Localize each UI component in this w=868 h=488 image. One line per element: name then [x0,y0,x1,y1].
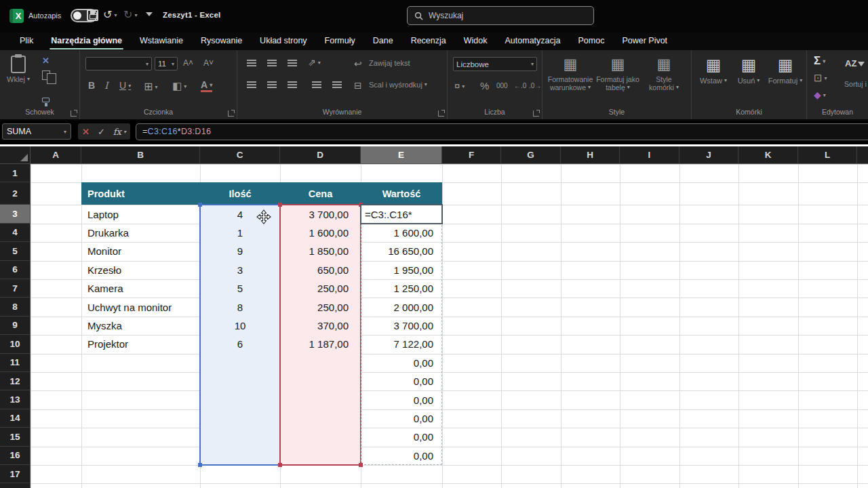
tab-11[interactable]: Power Pivot [614,33,675,49]
delete-cells-button[interactable]: ▦ Usuń [734,56,764,85]
confirm-entry-icon[interactable]: ✓ [98,127,105,137]
name-box[interactable]: SUMA [2,123,71,140]
tab-0[interactable]: Plik [12,33,41,49]
row-header-2[interactable]: 2 [0,182,31,205]
align-center-icon[interactable] [267,81,277,88]
cell-styles-button[interactable]: ▦ Style komórki [643,56,685,92]
tab-7[interactable]: Recenzja [403,33,454,49]
row-header-1[interactable]: 1 [0,164,31,182]
column-header-I[interactable]: I [620,146,679,164]
format-as-table-button[interactable]: ▦ Formatuj jako tabelę [595,56,640,92]
column-header-J[interactable]: J [679,146,738,164]
number-dialog-launcher-icon[interactable] [533,110,539,117]
thousands-format-icon[interactable]: 000 [496,82,508,89]
tab-8[interactable]: Widok [456,33,495,49]
align-bottom-icon[interactable] [288,60,297,66]
clipboard-dialog-launcher-icon[interactable] [71,110,77,117]
cell-B4[interactable]: Drukarka [87,224,200,242]
fill-color-button[interactable]: ◧ [172,80,186,92]
row-header-7[interactable]: 7 [0,279,31,298]
font-color-button[interactable]: A [201,80,212,92]
select-all-corner[interactable] [0,146,31,164]
cell-B10[interactable]: Projektor [87,335,200,353]
font-dialog-launcher-icon[interactable] [228,110,234,117]
shrink-font-icon[interactable]: A˅ [203,58,214,68]
percent-format-icon[interactable]: % [480,80,489,92]
column-header-E[interactable]: E [361,146,442,164]
column-header-B[interactable]: B [81,146,200,164]
cell-B9[interactable]: Myszka [87,317,200,335]
column-header-H[interactable]: H [561,146,620,164]
font-name-combo[interactable] [85,57,152,70]
paste-button[interactable]: Wklej [7,56,30,83]
number-format-combo[interactable]: Liczbowe [453,57,537,71]
row-header-4[interactable]: 4 [0,224,31,242]
currency-format-icon[interactable]: ¤ [454,80,465,92]
row-header-8[interactable]: 8 [0,298,31,316]
tab-3[interactable]: Rysowanie [193,33,250,49]
column-header-F[interactable]: F [442,146,501,164]
row-header-5[interactable]: 5 [0,242,31,260]
cell-B8[interactable]: Uchwyt na monitor [87,298,200,316]
insert-cells-button[interactable]: ▦ Wstaw [698,56,728,85]
row-header-16[interactable]: 16 [0,447,31,465]
tab-2[interactable]: Wstawianie [132,33,191,49]
wrap-text-label[interactable]: Zawijaj tekst [369,59,410,67]
column-header-K[interactable]: K [738,146,798,164]
alignment-dialog-launcher-icon[interactable] [438,110,444,117]
sort-filter-icon[interactable]: AZ [845,58,865,68]
insert-function-icon[interactable]: fx [113,127,126,137]
quick-access-chevron-icon[interactable] [146,12,153,16]
autosum-icon[interactable]: Σ [814,54,825,68]
table-header-Cena[interactable]: Cena [280,182,361,205]
grow-font-icon[interactable]: A˄ [183,58,193,68]
increase-indent-icon[interactable] [332,81,342,88]
row-header-6[interactable]: 6 [0,261,31,279]
conditional-formatting-button[interactable]: ▦ Formatowanie warunkowe [548,56,593,92]
merge-center-label[interactable]: Scal i wyśrodkuj [369,81,427,89]
merge-center-icon[interactable]: ⊟ [354,80,362,91]
borders-button[interactable]: ⊞ [144,80,157,93]
column-header-L[interactable]: L [798,146,857,164]
column-header-D[interactable]: D [280,146,361,164]
table-header-Wartość[interactable]: Wartość [361,182,442,205]
tab-4[interactable]: Układ strony [252,33,314,49]
cell-B7[interactable]: Kamera [87,279,200,298]
row-header-13[interactable]: 13 [0,390,31,409]
clear-icon[interactable]: ◆ [814,89,826,100]
underline-button[interactable]: U [119,80,131,91]
save-icon[interactable] [87,9,98,21]
align-middle-icon[interactable] [267,60,277,66]
qty-range-handle[interactable] [198,463,202,467]
fill-icon[interactable]: ⊡ [814,72,827,84]
decrease-indent-icon[interactable] [312,81,321,88]
bold-button[interactable]: B [88,80,95,91]
align-top-icon[interactable] [247,60,256,66]
excel-logo-icon[interactable]: X [9,9,24,23]
orientation-icon[interactable]: ⇗ [308,57,321,68]
increase-decimal-icon[interactable]: ←.0 [514,82,526,89]
cut-icon[interactable]: ✕ [42,56,50,66]
row-header-18[interactable]: 18 [0,483,31,488]
undo-icon[interactable]: ↺ [103,8,117,21]
redo-icon[interactable]: ↻ [123,8,137,21]
tab-5[interactable]: Formuły [317,33,363,49]
cell-B5[interactable]: Monitor [87,242,200,260]
column-header-G[interactable]: G [501,146,561,164]
formula-input[interactable]: =C3:C16*D3:D16 [136,123,868,140]
search-input[interactable]: Wyszukaj [407,6,594,25]
cancel-entry-icon[interactable]: ✕ [82,127,90,137]
row-header-15[interactable]: 15 [0,428,31,446]
column-header-A[interactable]: A [31,146,81,164]
row-header-9[interactable]: 9 [0,317,31,335]
sort-filter-label[interactable]: Sortuj i filtruj [844,80,868,88]
tab-1[interactable]: Narzędzia główne [43,33,130,49]
copy-icon[interactable] [42,70,50,80]
qty-range-handle[interactable] [198,203,202,207]
cell-B3[interactable]: Laptop [87,205,200,223]
cell-B6[interactable]: Krzesło [87,261,200,279]
price-range-handle[interactable] [278,463,282,467]
tab-10[interactable]: Pomoc [570,33,612,49]
tab-9[interactable]: Automatyzacja [498,33,568,49]
tab-6[interactable]: Dane [366,33,401,49]
